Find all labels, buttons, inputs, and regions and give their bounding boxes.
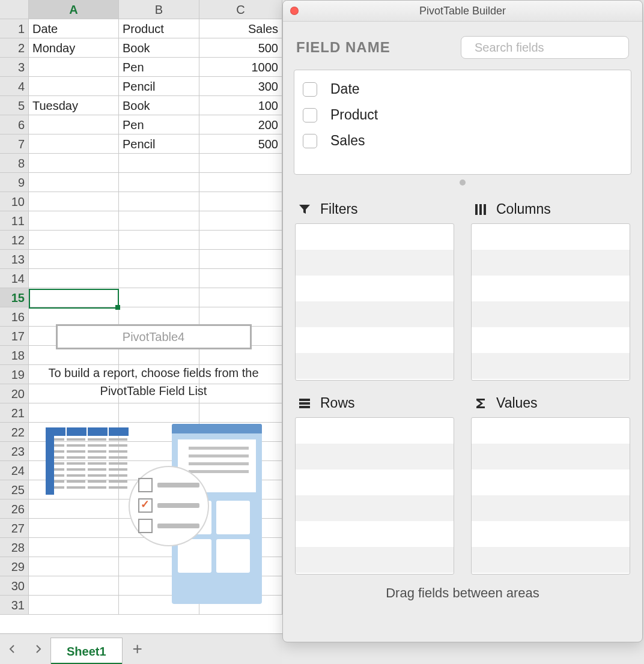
values-drop-area[interactable] xyxy=(471,417,630,575)
row-header[interactable]: 30 xyxy=(0,576,29,596)
row-header[interactable]: 28 xyxy=(0,538,29,557)
row-header[interactable]: 24 xyxy=(0,461,29,480)
rows-drop-area[interactable] xyxy=(295,417,454,575)
zone-columns[interactable]: Columns xyxy=(471,198,630,381)
cell[interactable] xyxy=(29,288,119,307)
cell[interactable]: 300 xyxy=(199,77,282,96)
cell[interactable]: Sales xyxy=(199,19,282,38)
row-header[interactable]: 21 xyxy=(0,403,29,423)
cell[interactable]: Pencil xyxy=(119,134,199,154)
panel-titlebar[interactable]: PivotTable Builder xyxy=(283,1,642,22)
close-window-icon[interactable] xyxy=(290,7,299,15)
row-header[interactable]: 1 xyxy=(0,19,29,38)
row-header[interactable]: 10 xyxy=(0,192,29,211)
cell[interactable]: Tuesday xyxy=(29,96,119,115)
cell[interactable] xyxy=(119,269,199,288)
row-header[interactable]: 20 xyxy=(0,384,29,403)
cell[interactable]: 500 xyxy=(199,134,282,154)
row-header[interactable]: 18 xyxy=(0,346,29,365)
field-checkbox[interactable] xyxy=(303,108,317,122)
sheet-tab-active[interactable]: Sheet1 xyxy=(50,638,123,665)
cell[interactable] xyxy=(199,211,282,231)
tab-prev-button[interactable] xyxy=(0,634,25,664)
zone-rows[interactable]: Rows xyxy=(295,391,454,575)
row-header[interactable]: 11 xyxy=(0,211,29,231)
cell[interactable]: Product xyxy=(119,19,199,38)
cell[interactable]: Book xyxy=(119,96,199,115)
column-header-a[interactable]: A xyxy=(29,0,119,19)
row-header[interactable]: 7 xyxy=(0,134,29,154)
row-header[interactable]: 4 xyxy=(0,77,29,96)
zone-values[interactable]: Values xyxy=(471,391,630,575)
cell[interactable] xyxy=(199,231,282,250)
cell[interactable]: Monday xyxy=(29,38,119,58)
row-header[interactable]: 15 xyxy=(0,288,29,307)
select-all-corner[interactable] xyxy=(0,0,29,19)
row-header[interactable]: 9 xyxy=(0,173,29,192)
field-row[interactable]: Date xyxy=(303,76,622,102)
row-header[interactable]: 2 xyxy=(0,38,29,58)
cell[interactable] xyxy=(199,154,282,173)
field-row[interactable]: Sales xyxy=(303,128,622,154)
row-header[interactable]: 14 xyxy=(0,269,29,288)
cell[interactable] xyxy=(29,231,119,250)
cell[interactable] xyxy=(199,288,282,307)
cell[interactable] xyxy=(199,269,282,288)
cell[interactable] xyxy=(199,173,282,192)
row-header[interactable]: 16 xyxy=(0,307,29,327)
search-input[interactable] xyxy=(473,40,628,55)
cell[interactable] xyxy=(29,58,119,77)
row-header[interactable]: 17 xyxy=(0,327,29,346)
cell[interactable] xyxy=(119,231,199,250)
column-header-c[interactable]: C xyxy=(199,0,282,19)
row-header[interactable]: 5 xyxy=(0,96,29,115)
field-list[interactable]: DateProductSales xyxy=(294,70,631,175)
cell[interactable] xyxy=(29,269,119,288)
row-header[interactable]: 8 xyxy=(0,154,29,173)
column-header-b[interactable]: B xyxy=(119,0,199,19)
row-header[interactable]: 31 xyxy=(0,596,29,615)
cell[interactable] xyxy=(29,192,119,211)
filters-drop-area[interactable] xyxy=(295,223,454,381)
cell[interactable] xyxy=(119,288,199,307)
cell[interactable] xyxy=(119,173,199,192)
tab-next-button[interactable] xyxy=(25,634,50,664)
field-row[interactable]: Product xyxy=(303,102,622,128)
cell[interactable] xyxy=(29,211,119,231)
panel-resize-handle-icon[interactable] xyxy=(460,180,466,186)
cell[interactable] xyxy=(29,134,119,154)
search-fields-box[interactable] xyxy=(461,36,629,59)
cell[interactable]: 100 xyxy=(199,96,282,115)
row-header[interactable]: 26 xyxy=(0,500,29,519)
cell[interactable] xyxy=(119,192,199,211)
zone-filters[interactable]: Filters xyxy=(295,198,454,381)
columns-drop-area[interactable] xyxy=(471,223,630,381)
cell[interactable]: Pencil xyxy=(119,77,199,96)
row-header[interactable]: 13 xyxy=(0,250,29,269)
cell[interactable] xyxy=(29,115,119,134)
field-checkbox[interactable] xyxy=(303,134,317,148)
cell[interactable]: 200 xyxy=(199,115,282,134)
cell[interactable] xyxy=(199,192,282,211)
cell[interactable] xyxy=(119,154,199,173)
add-sheet-button[interactable]: + xyxy=(123,634,153,664)
cell[interactable] xyxy=(119,250,199,269)
row-header[interactable]: 25 xyxy=(0,480,29,500)
row-header[interactable]: 27 xyxy=(0,519,29,538)
cell[interactable]: Date xyxy=(29,19,119,38)
cell[interactable] xyxy=(29,154,119,173)
row-header[interactable]: 6 xyxy=(0,115,29,134)
row-header[interactable]: 29 xyxy=(0,557,29,576)
cell[interactable]: 1000 xyxy=(199,58,282,77)
cell[interactable]: Pen xyxy=(119,58,199,77)
cell[interactable] xyxy=(29,173,119,192)
row-header[interactable]: 22 xyxy=(0,423,29,442)
cell[interactable]: Pen xyxy=(119,115,199,134)
field-checkbox[interactable] xyxy=(303,82,317,97)
row-header[interactable]: 23 xyxy=(0,442,29,461)
cell[interactable]: Book xyxy=(119,38,199,58)
row-header[interactable]: 19 xyxy=(0,365,29,384)
cell[interactable] xyxy=(199,250,282,269)
row-header[interactable]: 12 xyxy=(0,231,29,250)
cell[interactable]: 500 xyxy=(199,38,282,58)
